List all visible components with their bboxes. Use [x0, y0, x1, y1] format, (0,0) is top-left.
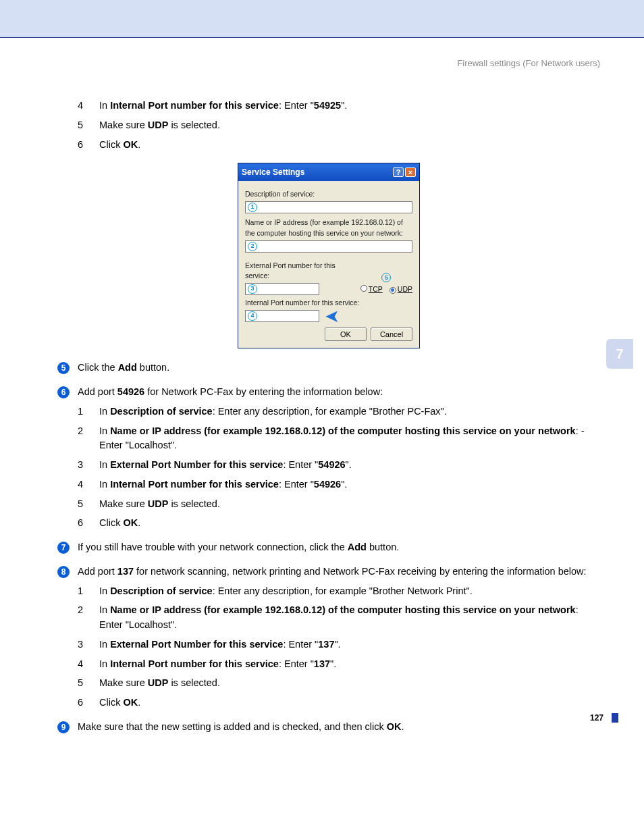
sub-step: 6Click OK.	[78, 138, 600, 153]
sub-step: 6Click OK.	[78, 696, 600, 710]
chapter-tab: 7	[606, 339, 633, 369]
radio-tcp[interactable]: TCP	[360, 284, 383, 295]
sub-step: 5Make sure UDP is selected.	[78, 676, 600, 691]
sub-step: 1In Description of service: Enter any de…	[78, 584, 600, 599]
radio-udp[interactable]: UDP	[390, 284, 412, 295]
label-ext-port: External Port number for this service:	[245, 261, 355, 282]
sub-step: 1In Description of service: Enter any de…	[78, 405, 600, 419]
page-header: Firewall settings (For Network users)	[0, 38, 644, 68]
input-description[interactable]: 1	[245, 201, 412, 213]
step-5: 5Click the Add button.	[57, 361, 600, 375]
service-settings-dialog: Service Settings ? × Description of serv…	[238, 163, 420, 348]
sub-step: 2In Name or IP address (for example 192.…	[78, 424, 600, 454]
input-ext-port[interactable]: 3	[245, 283, 319, 295]
dialog-title-text: Service Settings	[242, 166, 304, 178]
sub-step: 5Make sure UDP is selected.	[78, 118, 600, 133]
arrow-icon: ➤	[325, 310, 340, 322]
step-8: 8Add port 137 for network scanning, netw…	[57, 565, 600, 579]
sub-step: 5Make sure UDP is selected.	[78, 497, 600, 512]
ok-button[interactable]: OK	[325, 328, 367, 342]
footer-accent	[612, 713, 618, 723]
sub-step: 2In Name or IP address (for example 192.…	[78, 603, 600, 633]
step-9: 9Make sure that the new setting is added…	[57, 720, 600, 735]
sub-step: 6Click OK.	[78, 516, 600, 531]
sub-step: 4In Internal Port number for this servic…	[78, 657, 600, 672]
label-description: Description of service:	[245, 189, 412, 200]
input-ip[interactable]: 2	[245, 240, 412, 253]
sub-step: 4In Internal Port number for this servic…	[78, 99, 600, 113]
step-7: 7If you still have trouble with your net…	[57, 540, 600, 555]
sub-step: 3In External Port Number for this servic…	[78, 637, 600, 652]
help-icon[interactable]: ?	[393, 167, 404, 177]
label-ip: Name or IP address (for example 192.168.…	[245, 217, 412, 239]
page-number: 127	[590, 713, 603, 723]
sub-step: 3In External Port Number for this servic…	[78, 458, 600, 473]
input-int-port[interactable]: 4	[245, 310, 319, 322]
content: 4In Internal Port number for this servic…	[0, 99, 644, 735]
sub-step: 4In Internal Port number for this servic…	[78, 477, 600, 492]
top-bar	[0, 0, 644, 38]
step-6: 6Add port 54926 for Network PC-Fax by en…	[57, 385, 600, 400]
close-icon[interactable]: ×	[405, 167, 416, 177]
cancel-button[interactable]: Cancel	[371, 328, 412, 342]
dialog-titlebar: Service Settings ? ×	[238, 163, 419, 181]
